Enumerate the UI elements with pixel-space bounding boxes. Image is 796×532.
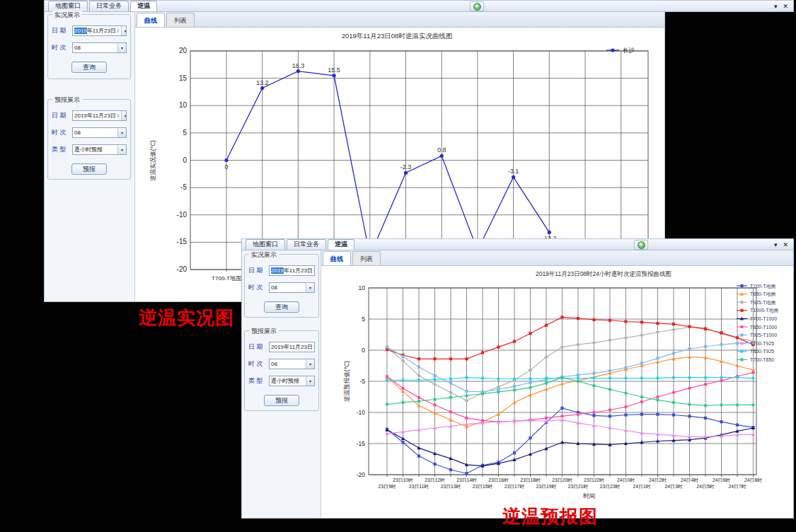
forecast-time-combobox[interactable]: 08 ▾ <box>72 127 127 138</box>
forecast-date-combobox[interactable]: 2019年11月23日 ⇕ ▾ <box>72 110 127 121</box>
tab-map-window[interactable]: 地图窗口 <box>48 1 88 11</box>
chevron-down-icon[interactable]: ▾ <box>306 376 314 386</box>
subtab-list[interactable]: 列表 <box>166 13 195 27</box>
svg-text:-10: -10 <box>357 409 366 416</box>
svg-text:逆温实况值(℃): 逆温实况值(℃) <box>149 140 156 181</box>
add-tab-button[interactable]: + <box>470 1 484 11</box>
query-button[interactable]: 查询 <box>264 301 299 313</box>
front-content: 曲线 列表 -20-15-10-5051023日9时23日10时23日11时23… <box>321 250 793 518</box>
svg-text:2019年11月23日08时逆温实况曲线图: 2019年11月23日08时逆温实况曲线图 <box>342 32 453 40</box>
tab-inversion[interactable]: 逆温 <box>130 1 157 11</box>
live-time-combobox[interactable]: 08 ▾ <box>72 42 127 53</box>
svg-text:-3.1: -3.1 <box>508 168 519 175</box>
tab-daily-business[interactable]: 日常业务 <box>89 1 129 11</box>
spinner-icon[interactable]: ⇕ <box>313 266 315 275</box>
date-text: 年11月23日 <box>284 267 313 274</box>
forecast-type-combobox[interactable]: 逐小时预报 ▾ <box>72 144 127 155</box>
window-close-icon[interactable]: ✕ <box>783 241 788 249</box>
chevron-down-icon[interactable]: ▾ <box>121 111 127 120</box>
svg-text:-15: -15 <box>357 440 366 447</box>
svg-text:23日12时: 23日12时 <box>425 478 445 483</box>
subtab-curve[interactable]: 曲线 <box>137 13 165 27</box>
live-date-combobox[interactable]: 2019年11月23日 ⇕ ▾ <box>72 25 127 36</box>
chevron-down-icon[interactable]: ▾ <box>117 145 126 154</box>
svg-text:23日13时: 23日13时 <box>441 484 461 490</box>
svg-text:16.3: 16.3 <box>292 62 305 69</box>
window-menu-icon[interactable]: ▾ <box>774 2 778 11</box>
svg-text:23日20时: 23日20时 <box>552 478 572 483</box>
svg-text:10: 10 <box>359 284 366 291</box>
svg-text:T700-T地面: T700-T地面 <box>212 275 242 282</box>
chevron-down-icon[interactable]: ▾ <box>121 26 127 35</box>
svg-text:23日22时: 23日22时 <box>584 478 604 483</box>
svg-text:2019年11月23日08时24小时逐时次逆温预报曲线图: 2019年11月23日08时24小时逐时次逆温预报曲线图 <box>536 270 671 277</box>
time-text: 08 <box>74 45 81 51</box>
tab-inversion[interactable]: 逆温 <box>328 239 354 250</box>
back-window-tabstrip: 地图窗口 日常业务 逆温 + ▾ ✕ <box>44 0 794 12</box>
svg-text:24日3时: 24日3时 <box>665 484 683 490</box>
forecast-time-combobox[interactable]: 08 ▾ <box>269 359 315 369</box>
forecast-date-combobox[interactable]: 2019年11月23日 ⇕ ▾ <box>269 342 315 352</box>
group-title: 实况展示 <box>249 250 279 260</box>
svg-text:23日19时: 23日19时 <box>536 484 557 490</box>
svg-text:-15: -15 <box>177 238 188 245</box>
live-date-combobox[interactable]: 2019年11月23日 ⇕ ▾ <box>269 265 315 276</box>
time-text: 08 <box>271 284 277 291</box>
annotation-forecast-chart-label: 逆温预报图 <box>502 504 598 529</box>
svg-text:5: 5 <box>362 316 365 323</box>
forecast-type-combobox[interactable]: 逐小时预报 ▾ <box>269 376 315 386</box>
date-label: 日 期 <box>248 266 269 275</box>
spinner-icon[interactable]: ⇕ <box>116 111 120 120</box>
svg-text:23日23时: 23日23时 <box>600 484 621 490</box>
svg-text:23日9时: 23日9时 <box>379 484 396 490</box>
svg-text:T850-T925: T850-T925 <box>750 349 774 354</box>
chevron-down-icon[interactable]: ▾ <box>117 128 126 137</box>
svg-text:时间: 时间 <box>584 492 596 499</box>
chevron-down-icon[interactable]: ▾ <box>306 283 314 292</box>
forecast-button[interactable]: 预报 <box>71 163 107 175</box>
tab-map-window[interactable]: 地图窗口 <box>246 239 285 250</box>
svg-text:24日0时: 24日0时 <box>617 478 635 483</box>
spinner-icon[interactable]: ⇕ <box>116 26 120 35</box>
add-icon: + <box>638 241 645 249</box>
svg-text:10: 10 <box>179 101 188 109</box>
subtab-list[interactable]: 列表 <box>352 251 381 265</box>
svg-text:-10: -10 <box>177 211 188 219</box>
inversion-forecast-window: 地图窗口 日常业务 逆温 + ▾ ✕ 实况展示 日 期 2019年11月23日 … <box>241 238 794 519</box>
type-text: 逐小时预报 <box>74 146 103 154</box>
date-label: 日 期 <box>52 26 72 35</box>
chevron-down-icon[interactable]: ▾ <box>306 359 314 369</box>
time-text: 08 <box>74 129 81 136</box>
svg-text:T700-T925: T700-T925 <box>750 341 774 346</box>
svg-text:23日21时: 23日21时 <box>568 484 589 490</box>
svg-text:T850-T地面: T850-T地面 <box>750 291 776 297</box>
group-title: 预报展示 <box>249 327 279 336</box>
front-subtabs: 曲线 列表 <box>321 250 793 266</box>
chevron-down-icon[interactable]: ▾ <box>117 43 126 52</box>
window-close-icon[interactable]: ✕ <box>783 2 788 11</box>
svg-text:24日1时: 24日1时 <box>633 484 651 490</box>
time-label: 时 次 <box>248 283 269 292</box>
window-menu-icon[interactable]: ▾ <box>774 241 778 249</box>
forecast-display-group: 预报展示 日 期 2019年11月23日 ⇕ ▾ 时 次 08 ▾ <box>47 99 131 180</box>
date-selected-text: 2019 <box>271 267 284 274</box>
forecast-button[interactable]: 预报 <box>264 395 299 406</box>
svg-text:23日10时: 23日10时 <box>393 478 413 483</box>
svg-text:24日5时: 24日5时 <box>697 484 715 490</box>
svg-text:15: 15 <box>179 74 188 82</box>
svg-text:24日4时: 24日4时 <box>681 478 698 483</box>
svg-text:24日7时: 24日7时 <box>729 484 746 490</box>
type-label: 类 型 <box>52 145 72 154</box>
time-label: 时 次 <box>248 359 269 369</box>
tab-daily-business[interactable]: 日常业务 <box>287 239 326 250</box>
subtab-curve[interactable]: 曲线 <box>323 251 351 265</box>
svg-text:T700-T850: T700-T850 <box>750 357 774 362</box>
svg-text:24日6时: 24日6时 <box>713 478 730 483</box>
add-icon: + <box>473 3 481 11</box>
svg-text:24日8时: 24日8时 <box>744 478 762 483</box>
add-tab-button[interactable]: + <box>634 240 648 250</box>
live-time-combobox[interactable]: 08 ▾ <box>269 282 315 293</box>
spinner-icon[interactable]: ⇕ <box>313 342 315 352</box>
forecast-display-group: 预报展示 日 期 2019年11月23日 ⇕ ▾ 时 次 08 ▾ <box>244 330 319 411</box>
query-button[interactable]: 查询 <box>71 62 107 73</box>
